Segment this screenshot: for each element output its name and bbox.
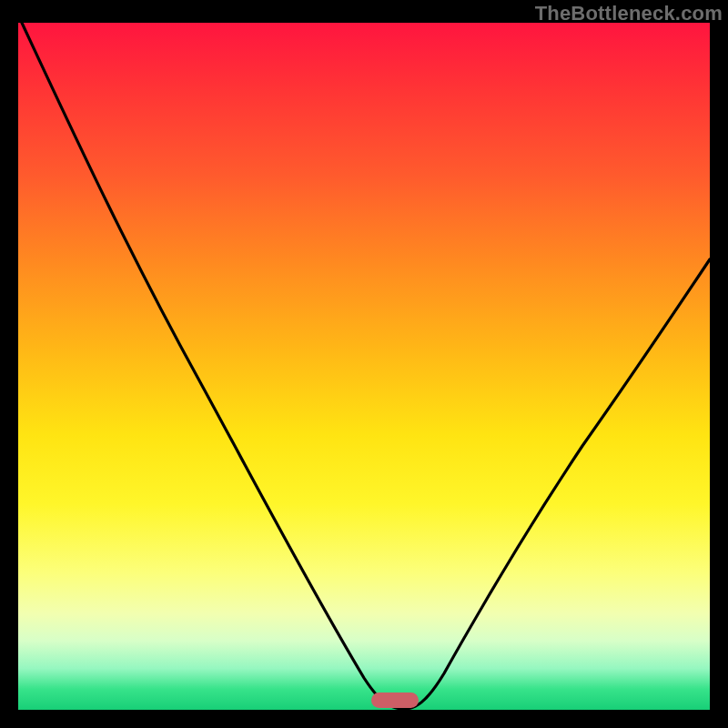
optimal-marker xyxy=(371,693,419,708)
watermark-text: TheBottleneck.com xyxy=(535,2,723,25)
gradient-plot-area xyxy=(18,23,710,710)
chart-frame: TheBottleneck.com xyxy=(0,0,728,728)
